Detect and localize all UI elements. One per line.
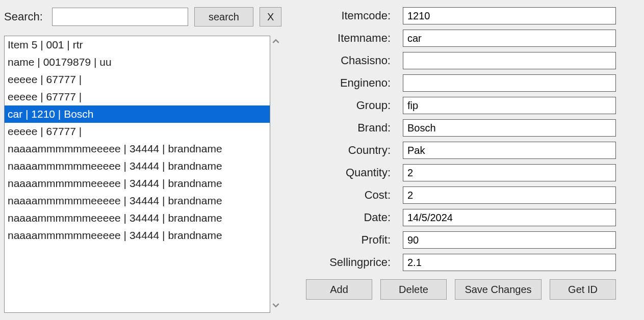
results-listbox[interactable]: Item 5 | 001 | rtrname | 00179879 | uuee… xyxy=(4,36,270,313)
form-row-itemname: Itemname: xyxy=(306,30,616,47)
form-row-country: Country: xyxy=(306,142,616,159)
form-row-quantity: Quantity: xyxy=(306,164,616,181)
engineno-label: Engineno: xyxy=(306,76,403,90)
date-label: Date: xyxy=(306,211,403,224)
form-row-sellingprice: Sellingprice: xyxy=(306,254,616,271)
form-row-engineno: Engineno: xyxy=(306,74,616,92)
scroll-down-icon[interactable] xyxy=(272,302,279,311)
form-row-profit: Profit: xyxy=(306,231,616,249)
form-row-date: Date: xyxy=(306,209,616,226)
list-item[interactable]: naaaammmmmmeeeee | 34444 | brandname xyxy=(5,175,270,192)
country-label: Country: xyxy=(306,144,403,157)
brand-label: Brand: xyxy=(306,121,403,135)
cost-label: Cost: xyxy=(306,189,403,202)
list-item[interactable]: Item 5 | 001 | rtr xyxy=(5,36,270,54)
itemcode-label: Itemcode: xyxy=(306,9,403,22)
brand-field[interactable] xyxy=(403,119,616,137)
chasisno-label: Chasisno: xyxy=(306,54,403,67)
item-form: Itemcode:Itemname:Chasisno:Engineno:Grou… xyxy=(306,7,616,271)
country-field[interactable] xyxy=(403,142,616,159)
list-item[interactable]: naaaammmmmmeeeee | 34444 | brandname xyxy=(5,209,270,227)
itemname-label: Itemname: xyxy=(306,32,403,45)
list-item[interactable]: car | 1210 | Bosch xyxy=(5,105,270,123)
form-row-cost: Cost: xyxy=(306,186,616,204)
date-field[interactable] xyxy=(403,209,616,226)
itemcode-field[interactable] xyxy=(403,7,616,24)
save-button[interactable]: Save Changes xyxy=(455,279,542,300)
search-input[interactable] xyxy=(52,8,188,26)
getid-button[interactable]: Get ID xyxy=(550,279,616,300)
delete-button[interactable]: Delete xyxy=(380,279,447,300)
form-row-itemcode: Itemcode: xyxy=(306,7,616,24)
search-label: Search: xyxy=(4,10,44,23)
form-row-brand: Brand: xyxy=(306,119,616,137)
profit-field[interactable] xyxy=(403,231,616,249)
itemname-field[interactable] xyxy=(403,30,616,47)
sellingprice-label: Sellingprice: xyxy=(306,256,403,269)
form-row-group: Group: xyxy=(306,97,616,114)
list-item[interactable]: name | 00179879 | uu xyxy=(5,54,270,71)
form-row-chasisno: Chasisno: xyxy=(306,52,616,69)
list-item[interactable]: naaaammmmmmeeeee | 34444 | brandname xyxy=(5,227,270,244)
clear-search-button[interactable]: X xyxy=(260,7,281,26)
list-item[interactable]: eeeee | 67777 | xyxy=(5,71,270,88)
search-button[interactable]: search xyxy=(194,7,254,26)
list-item[interactable]: naaaammmmmmeeeee | 34444 | brandname xyxy=(5,192,270,209)
group-label: Group: xyxy=(306,99,403,112)
list-item[interactable]: eeeee | 67777 | xyxy=(5,88,270,105)
quantity-field[interactable] xyxy=(403,164,616,181)
list-item[interactable]: eeeee | 67777 | xyxy=(5,123,270,140)
scroll-up-icon[interactable] xyxy=(272,38,279,47)
group-field[interactable] xyxy=(403,97,616,114)
quantity-label: Quantity: xyxy=(306,166,403,179)
sellingprice-field[interactable] xyxy=(403,254,616,271)
profit-label: Profit: xyxy=(306,233,403,247)
add-button[interactable]: Add xyxy=(306,279,372,300)
list-item[interactable]: naaaammmmmmeeeee | 34444 | brandname xyxy=(5,140,270,157)
engineno-field[interactable] xyxy=(403,74,616,92)
list-item[interactable]: naaaammmmmmeeeee | 34444 | brandname xyxy=(5,157,270,175)
cost-field[interactable] xyxy=(403,186,616,204)
chasisno-field[interactable] xyxy=(403,52,616,69)
